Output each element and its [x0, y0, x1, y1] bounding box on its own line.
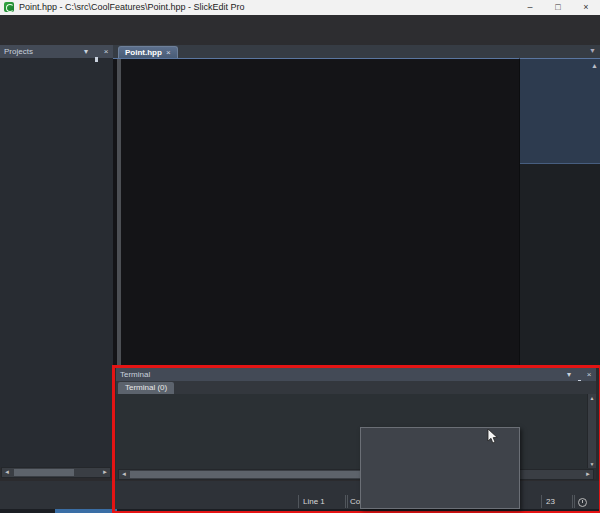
- terminal-vscrollbar[interactable]: ▲▼: [587, 394, 596, 468]
- minimap[interactable]: ▲: [519, 58, 600, 368]
- close-icon[interactable]: ×: [584, 368, 594, 381]
- terminal-panel: Terminal ▾× Terminal (0) ▲▼ ◄►: [116, 368, 596, 479]
- clock-icon: [578, 498, 587, 507]
- title-bar: Point.hpp - C:\src\CoolFeatures\Point.hp…: [0, 0, 600, 16]
- taskbar-button: [55, 509, 117, 513]
- projects-hscrollbar[interactable]: ◄►: [1, 467, 111, 478]
- status-line-indicator[interactable]: Line 1: [298, 495, 348, 508]
- status-number-indicator[interactable]: 23: [541, 495, 575, 508]
- maximize-button[interactable]: □: [546, 0, 570, 15]
- terminal-hscrollbar[interactable]: ◄►: [118, 469, 594, 480]
- tab-terminal-0[interactable]: Terminal (0): [118, 382, 174, 394]
- minimap-button-icon[interactable]: ▲: [591, 62, 598, 69]
- tab-close-icon[interactable]: ×: [166, 48, 171, 57]
- menu-bar: [0, 15, 600, 28]
- projects-panel-title: Projects: [4, 47, 33, 56]
- toolbar: no current context ▼ ✕ »: [0, 28, 600, 46]
- minimize-button[interactable]: –: [518, 0, 542, 15]
- editor-gutter: [117, 59, 121, 368]
- minimap-viewport[interactable]: [520, 59, 600, 164]
- terminal-tab-bar: Terminal (0): [116, 381, 596, 394]
- code-editor[interactable]: [113, 58, 519, 368]
- projects-panel-header[interactable]: Projects ▾×: [0, 45, 113, 58]
- taskbar-sliver: [0, 509, 600, 513]
- close-icon[interactable]: ×: [101, 45, 111, 58]
- terminal-panel-header[interactable]: Terminal ▾×: [116, 368, 596, 381]
- panel-menu-icon[interactable]: ▾: [81, 45, 91, 58]
- window-title: Point.hpp - C:\src\CoolFeatures\Point.hp…: [19, 0, 245, 15]
- tab-overflow-icon[interactable]: ▼: [589, 47, 596, 54]
- editor-tab-bar: Point.hpp× ▼: [113, 45, 600, 58]
- app-icon: [4, 2, 14, 12]
- projects-panel: Projects ▾× ◄►: [0, 45, 114, 468]
- terminal-panel-title: Terminal: [120, 370, 150, 379]
- panel-menu-icon[interactable]: ▾: [564, 368, 574, 381]
- status-clock-segment[interactable]: [572, 495, 600, 508]
- mouse-cursor: [487, 429, 499, 448]
- close-button[interactable]: ×: [574, 0, 598, 15]
- slickedit-window: Point.hpp - C:\src\CoolFeatures\Point.hp…: [0, 0, 600, 513]
